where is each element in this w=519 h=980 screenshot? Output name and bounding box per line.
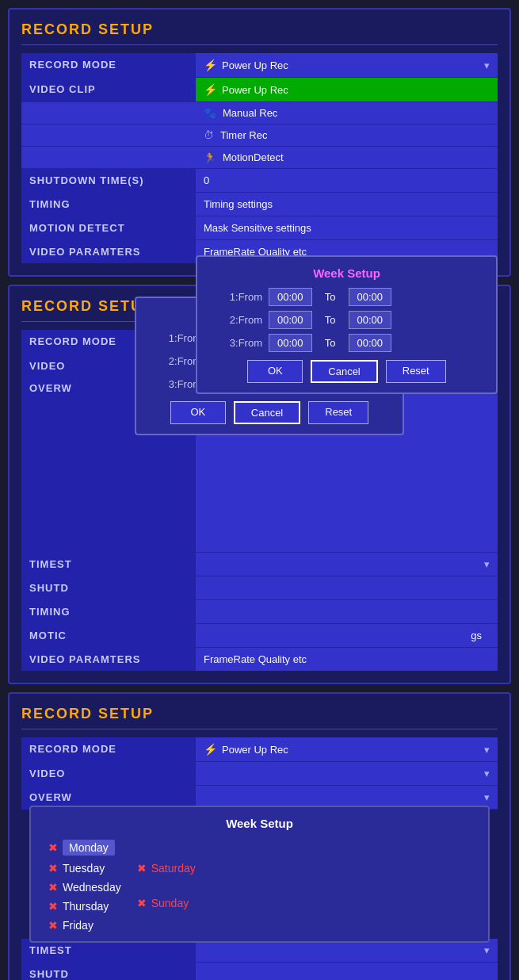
dropdown-manual[interactable]: 🐾 Manual Rec: [21, 102, 498, 124]
p2-row-shutd[interactable]: SHUTD: [21, 576, 498, 600]
dialog2-from-1[interactable]: 00:00: [269, 288, 312, 306]
label-shutdown: SHUTDOWN TIME(S): [21, 169, 196, 192]
dialog2-from-3[interactable]: 00:00: [269, 334, 312, 352]
thursday-checkbox: ✖: [48, 900, 58, 913]
p3-bolt-icon: ⚡: [204, 743, 217, 756]
p3-overw-dropdown: ▾: [484, 791, 490, 803]
dialog2-to-label-2: To: [319, 314, 342, 326]
week-setup-days-dialog: Week Setup ✖ Monday ✖ Tuesday ✖ Wednesda…: [29, 806, 490, 943]
label-video-params: VIDEO PARAMTERS: [21, 240, 196, 263]
days-left-column: ✖ Monday ✖ Tuesday ✖ Wednesday ✖ Thursda…: [48, 840, 121, 932]
p2-value-shutd[interactable]: [196, 576, 498, 599]
p2-value-video-params[interactable]: FrameRate Quality etc: [196, 648, 498, 671]
p3-row-shutd[interactable]: SHUTD: [21, 963, 498, 980]
p3-value-video[interactable]: ▾: [196, 762, 498, 785]
p3-label-video: VIDEO: [21, 762, 196, 785]
days-dialog-container: Week Setup ✖ Monday ✖ Tuesday ✖ Wednesda…: [21, 806, 498, 943]
friday-label: Friday: [63, 919, 93, 932]
value-shutdown[interactable]: 0: [196, 169, 498, 192]
day-wednesday[interactable]: ✖ Wednesday: [48, 881, 121, 894]
value-timing[interactable]: Timing settings: [196, 193, 498, 216]
p2-row-timest[interactable]: TIMEST ▾: [21, 553, 498, 576]
menu-row-shutdown[interactable]: SHUTDOWN TIME(S) 0: [21, 169, 498, 193]
panel-1-title: RECORD SETUP: [21, 21, 498, 45]
menu-row-motion-detect[interactable]: MOTION DETECT Mask Sensitive settings: [21, 216, 498, 240]
dialog2-to-3[interactable]: 00:00: [349, 334, 392, 352]
p3-dropdown-icon: ▾: [484, 744, 490, 756]
p2-label-timest: TIMEST: [21, 553, 196, 576]
manual-rec-text: Manual Rec: [223, 107, 277, 119]
dialog2-time-row-3[interactable]: 3:From 00:00 To 00:00: [207, 334, 487, 352]
day-monday[interactable]: ✖ Monday: [48, 840, 121, 856]
saturday-label: Saturday: [151, 862, 196, 875]
dialog2-time-row-2[interactable]: 2:From 00:00 To 00:00: [207, 311, 487, 329]
shutdown-value: 0: [204, 174, 209, 186]
dialog2-time-row-1[interactable]: 1:From 00:00 To 00:00: [207, 288, 487, 306]
label-timing: TIMING: [21, 193, 196, 216]
person-icon: 🐾: [204, 107, 216, 119]
value-powerup-selected[interactable]: ⚡ Power Up Rec: [196, 78, 498, 101]
thursday-label: Thursday: [63, 900, 109, 913]
dropdown-timer[interactable]: ⏱ Timer Rec: [21, 124, 498, 147]
panel-1: RECORD SETUP RECORD MODE ⚡ Power Up Rec …: [8, 8, 511, 277]
motion-icon: 🏃: [204, 151, 216, 163]
days-layout: ✖ Monday ✖ Tuesday ✖ Wednesday ✖ Thursda…: [40, 840, 479, 932]
dialog2-reset-button[interactable]: Reset: [386, 360, 446, 383]
p2-row-video-params[interactable]: VIDEO PARAMTERS FrameRate Quality etc: [21, 648, 498, 671]
tuesday-label: Tuesday: [63, 862, 105, 875]
p3-value-shutd[interactable]: [196, 963, 498, 980]
record-mode-text: Power Up Rec: [222, 59, 288, 71]
p3-row-video[interactable]: VIDEO ▾: [21, 762, 498, 786]
motion-detect-value: Mask Sensitive settings: [204, 222, 311, 234]
p3-value-record-mode[interactable]: ⚡ Power Up Rec ▾: [196, 737, 498, 761]
day-tuesday[interactable]: ✖ Tuesday: [48, 862, 121, 875]
p2-value-motic[interactable]: gs: [196, 624, 498, 647]
dialog2-to-2[interactable]: 00:00: [349, 311, 392, 329]
dialog2-to-label-3: To: [319, 337, 342, 349]
dialog2-cancel-button[interactable]: Cancel: [311, 360, 377, 383]
tuesday-checkbox: ✖: [48, 862, 58, 875]
p2-row-timing[interactable]: TIMING: [21, 600, 498, 624]
day-sunday[interactable]: ✖ Sunday: [137, 897, 196, 909]
day-friday[interactable]: ✖ Friday: [48, 919, 121, 932]
timing-value: Timing settings: [204, 198, 273, 210]
dialog2-label-3: 3:From: [207, 337, 262, 349]
menu-row-record-mode[interactable]: RECORD MODE ⚡ Power Up Rec ▾: [21, 53, 498, 78]
monday-label: Monday: [63, 840, 115, 856]
week-setup-dialog-2: Week Setup 1:From 00:00 To 00:00 2:From …: [196, 255, 498, 394]
value-record-mode[interactable]: ⚡ Power Up Rec ▾: [196, 53, 498, 77]
dialog-title-2: Week Setup: [207, 266, 487, 280]
dropdown-motion[interactable]: 🏃 MotionDetect: [21, 147, 498, 169]
panel-2: RECORD SETUP RECORD MODE ⚡ Power Up Rec …: [8, 285, 511, 684]
bolt-icon-2: ⚡: [204, 83, 217, 96]
bolt-icon: ⚡: [204, 59, 217, 71]
p3-record-mode-text: Power Up Rec: [222, 744, 288, 756]
dialog2-ok-button[interactable]: OK: [247, 360, 303, 383]
menu-row-timing[interactable]: TIMING Timing settings: [21, 193, 498, 216]
p3-menu-row-record-mode[interactable]: RECORD MODE ⚡ Power Up Rec ▾: [21, 737, 498, 762]
p2-row-motic[interactable]: MOTIC gs: [21, 624, 498, 648]
dialog2-from-2[interactable]: 00:00: [269, 311, 312, 329]
p2-label-video-params: VIDEO PARAMTERS: [21, 648, 196, 671]
p2-label-motic: MOTIC: [21, 624, 196, 647]
day-thursday[interactable]: ✖ Thursday: [48, 900, 121, 913]
saturday-checkbox: ✖: [137, 862, 147, 875]
p2-value-timest[interactable]: ▾: [196, 553, 498, 576]
timer-icon: ⏱: [204, 129, 214, 141]
day-saturday[interactable]: ✖ Saturday: [137, 862, 196, 875]
label-video-clip: VIDEO CLIP: [21, 78, 196, 101]
panel-3: RECORD SETUP RECORD MODE ⚡ Power Up Rec …: [8, 692, 511, 980]
wednesday-label: Wednesday: [63, 881, 121, 894]
timer-rec-text: Timer Rec: [220, 129, 267, 141]
days-dialog-title: Week Setup: [40, 817, 479, 830]
panel-3-title: RECORD SETUP: [21, 706, 498, 729]
dialog2-label-1: 1:From: [207, 291, 262, 303]
p2-value-timing[interactable]: [196, 600, 498, 623]
dropdown-item-powerup[interactable]: VIDEO CLIP ⚡ Power Up Rec: [21, 78, 498, 102]
label-motion-detect: MOTION DETECT: [21, 216, 196, 239]
dialog2-buttons: OK Cancel Reset: [207, 360, 487, 383]
dialog2-to-1[interactable]: 00:00: [349, 288, 392, 306]
monday-checkbox: ✖: [48, 841, 58, 854]
motion-detect-text: MotionDetect: [223, 151, 284, 163]
value-motion-detect[interactable]: Mask Sensitive settings: [196, 216, 498, 239]
